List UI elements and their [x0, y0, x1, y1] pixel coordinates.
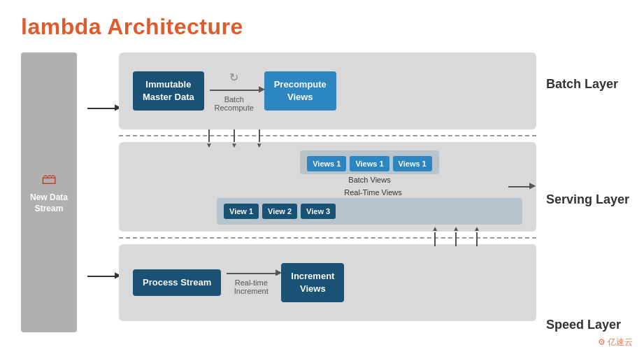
up-arrow-2: ▲ — [452, 225, 459, 246]
vertical-arrows-batch-to-serving: ▼ ▼ ▼ — [204, 129, 264, 149]
arrow-to-query: ▶ — [508, 186, 529, 187]
view1-box: View 1 — [224, 204, 259, 219]
page-title: lambda Architecture — [21, 14, 623, 40]
vertical-arrows-speed-to-serving: ▲ ▲ ▲ — [431, 225, 480, 246]
arrow-to-speed: ▶ — [87, 262, 115, 290]
speed-layer-label: Speed Layer — [546, 293, 623, 332]
divider-batch-serving — [119, 135, 536, 136]
precompute-views-box: Precompute Views — [264, 71, 336, 111]
realtime-views: Real-Time Views View 1 View 2 View 3 — [217, 188, 522, 225]
batch-views-label: Batch Views — [348, 176, 390, 184]
serving-layer: Views 1 Views 1 Views 1 Batch Views Real… — [119, 142, 536, 232]
process-stream-box: Process Stream — [133, 269, 221, 296]
realtime-increment-label: Real-time Increment — [234, 278, 269, 295]
database-icon: 🗃 — [41, 170, 57, 188]
views1-box-a: Views 1 — [307, 156, 346, 171]
increment-views-box: Increment Views — [281, 263, 344, 302]
arrow-to-batch: ▶ — [87, 94, 115, 122]
up-arrow-1: ▲ — [431, 225, 438, 246]
view3-box: View 3 — [301, 204, 336, 219]
views1-box-b: Views 1 — [350, 156, 389, 171]
view2-box: View 2 — [262, 204, 297, 219]
batch-recompute-arrow: ↻ ▶ Batch Recompute — [210, 71, 259, 112]
sidebar: 🗃 New Data Stream — [21, 52, 77, 332]
immutable-master-data-box: Immutable Master Data — [133, 71, 204, 111]
right-column: Batch Layer Serving Layer ⚙ Query Speed … — [546, 52, 623, 332]
serving-layer-label: Serving Layer — [546, 178, 629, 207]
down-arrow-2: ▼ — [231, 129, 238, 149]
batch-views: Views 1 Views 1 Views 1 Batch Views — [217, 150, 522, 184]
realtime-increment-arrow: ▶ Real-time Increment — [227, 270, 276, 295]
speed-layer: Process Stream ▶ Real-time Increment Inc… — [119, 244, 536, 321]
batch-layer-label: Batch Layer — [546, 52, 623, 92]
layers-wrapper: Immutable Master Data ↻ ▶ Batch Recomput… — [119, 52, 536, 332]
down-arrow-1: ▼ — [206, 129, 213, 149]
views1-box-c: Views 1 — [393, 156, 432, 171]
down-arrow-3: ▼ — [256, 129, 263, 149]
realtime-views-label: Real-Time Views — [224, 188, 522, 197]
new-data-label: New Data Stream — [30, 192, 68, 214]
page: lambda Architecture 🗃 New Data Stream ▶ … — [0, 0, 644, 354]
serving-right: Serving Layer ⚙ Query — [546, 178, 623, 207]
batch-recompute-label: Batch Recompute — [215, 95, 254, 112]
batch-layer: Immutable Master Data ↻ ▶ Batch Recomput… — [119, 52, 536, 129]
watermark: ⚙ 亿速云 — [598, 337, 633, 348]
up-arrow-3: ▲ — [473, 225, 480, 246]
